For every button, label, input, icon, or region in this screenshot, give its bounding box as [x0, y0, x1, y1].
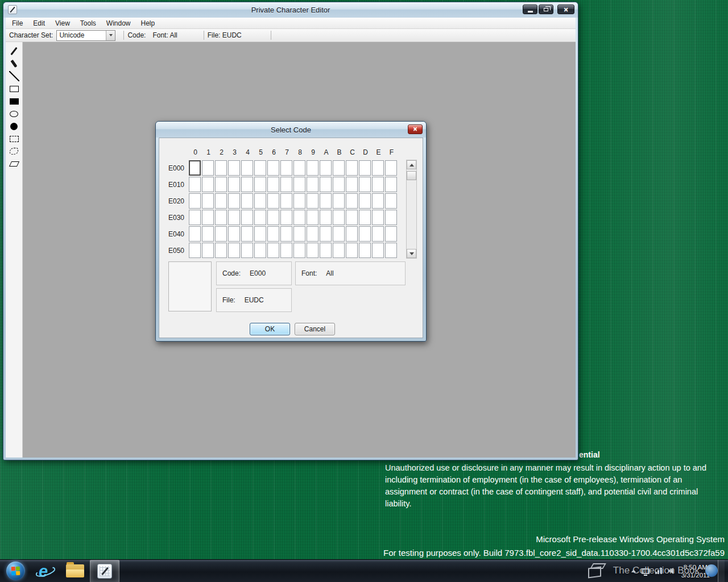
code-cell-E020-F[interactable] [385, 193, 397, 209]
code-cell-E000-1[interactable] [202, 160, 214, 176]
restore-button[interactable] [539, 5, 553, 14]
code-cell-E030-4[interactable] [241, 210, 253, 225]
dropdown-arrow-button[interactable] [106, 31, 115, 40]
code-cell-E040-2[interactable] [215, 226, 227, 242]
code-cell-E000-C[interactable] [346, 160, 358, 176]
code-cell-E020-E[interactable] [372, 193, 384, 209]
code-cell-E020-3[interactable] [228, 193, 240, 209]
taskbar-item-private-character-editor[interactable] [90, 560, 119, 582]
code-cell-E040-4[interactable] [241, 226, 253, 242]
code-cell-E040-1[interactable] [202, 226, 214, 242]
code-cell-E010-C[interactable] [346, 177, 358, 192]
code-cell-E030-5[interactable] [254, 210, 266, 225]
code-cell-E050-2[interactable] [215, 243, 227, 258]
code-cell-E010-0[interactable] [189, 177, 201, 192]
minimize-button[interactable] [523, 5, 537, 14]
code-cell-E010-D[interactable] [359, 177, 371, 192]
code-cell-E000-4[interactable] [241, 160, 253, 176]
menu-edit[interactable]: Edit [28, 18, 50, 28]
code-cell-E010-2[interactable] [215, 177, 227, 192]
code-cell-E030-1[interactable] [202, 210, 214, 225]
code-cell-E020-D[interactable] [359, 193, 371, 209]
code-cell-E020-A[interactable] [320, 193, 332, 209]
eraser-tool[interactable] [7, 157, 22, 170]
code-cell-E040-0[interactable] [189, 226, 201, 242]
menu-file[interactable]: File [7, 18, 28, 28]
rect-tool[interactable] [7, 82, 22, 95]
code-cell-E010-7[interactable] [280, 177, 292, 192]
code-cell-E010-9[interactable] [307, 177, 318, 192]
code-cell-E020-4[interactable] [241, 193, 253, 209]
taskbar-item-internet-explorer[interactable]: e [31, 560, 60, 582]
ellipse-filled-tool[interactable] [7, 120, 22, 132]
cancel-button[interactable]: Cancel [295, 323, 335, 335]
line-tool[interactable] [7, 70, 22, 82]
code-cell-E050-6[interactable] [267, 243, 279, 258]
character-set-dropdown[interactable]: Unicode [56, 30, 115, 41]
code-cell-E050-C[interactable] [346, 243, 358, 258]
code-cell-E040-F[interactable] [385, 226, 397, 242]
code-cell-E050-E[interactable] [372, 243, 384, 258]
dialog-titlebar[interactable]: Select Code × [156, 122, 426, 138]
code-cell-E000-9[interactable] [307, 160, 318, 176]
code-cell-E030-2[interactable] [215, 210, 227, 225]
code-cell-E020-0[interactable] [189, 193, 201, 209]
code-cell-E000-B[interactable] [333, 160, 345, 176]
code-cell-E050-9[interactable] [307, 243, 318, 258]
scroll-thumb[interactable] [407, 171, 416, 180]
code-cell-E010-B[interactable] [333, 177, 345, 192]
brush-tool[interactable] [7, 57, 22, 70]
code-cell-E010-F[interactable] [385, 177, 397, 192]
scroll-up-button[interactable] [407, 160, 416, 169]
menu-view[interactable]: View [50, 18, 75, 28]
code-cell-E050-B[interactable] [333, 243, 345, 258]
code-cell-E050-1[interactable] [202, 243, 214, 258]
code-cell-E040-E[interactable] [372, 226, 384, 242]
code-cell-E040-6[interactable] [267, 226, 279, 242]
code-cell-E050-5[interactable] [254, 243, 266, 258]
code-cell-E000-7[interactable] [280, 160, 292, 176]
code-cell-E020-7[interactable] [280, 193, 292, 209]
code-cell-E010-6[interactable] [267, 177, 279, 192]
code-cell-E040-9[interactable] [307, 226, 318, 242]
code-cell-E030-9[interactable] [307, 210, 318, 225]
menu-help[interactable]: Help [136, 18, 160, 28]
code-cell-E010-A[interactable] [320, 177, 332, 192]
ellipse-tool[interactable] [7, 107, 22, 120]
scroll-down-button[interactable] [407, 249, 416, 258]
code-cell-E020-B[interactable] [333, 193, 345, 209]
code-cell-E050-0[interactable] [189, 243, 201, 258]
code-cell-E030-6[interactable] [267, 210, 279, 225]
code-cell-E000-0[interactable] [189, 160, 201, 176]
taskbar-item-windows-explorer[interactable] [60, 560, 90, 582]
code-cell-E010-4[interactable] [241, 177, 253, 192]
code-cell-E030-8[interactable] [293, 210, 305, 225]
code-cell-E030-3[interactable] [228, 210, 240, 225]
code-cell-E000-3[interactable] [228, 160, 240, 176]
code-cell-E010-3[interactable] [228, 177, 240, 192]
freeform-select-tool[interactable] [7, 145, 22, 157]
code-cell-E040-B[interactable] [333, 226, 345, 242]
code-cell-E030-A[interactable] [320, 210, 332, 225]
code-cell-E020-5[interactable] [254, 193, 266, 209]
rect-filled-tool[interactable] [7, 95, 22, 107]
code-cell-E030-C[interactable] [346, 210, 358, 225]
show-desktop-button[interactable] [718, 560, 725, 582]
dialog-close-button[interactable]: × [408, 124, 423, 134]
code-cell-E040-D[interactable] [359, 226, 371, 242]
code-cell-E010-1[interactable] [202, 177, 214, 192]
scroll-track[interactable] [407, 169, 416, 249]
rect-select-tool[interactable] [7, 132, 22, 145]
code-cell-E040-7[interactable] [280, 226, 292, 242]
code-cell-E040-C[interactable] [346, 226, 358, 242]
code-cell-E050-A[interactable] [320, 243, 332, 258]
code-cell-E050-7[interactable] [280, 243, 292, 258]
code-cell-E040-8[interactable] [293, 226, 305, 242]
code-cell-E050-3[interactable] [228, 243, 240, 258]
menu-tools[interactable]: Tools [75, 18, 101, 28]
app-titlebar[interactable]: Private Character Editor × [3, 2, 578, 18]
code-cell-E000-5[interactable] [254, 160, 266, 176]
code-cell-E020-2[interactable] [215, 193, 227, 209]
code-cell-E020-8[interactable] [293, 193, 305, 209]
code-cell-E030-D[interactable] [359, 210, 371, 225]
